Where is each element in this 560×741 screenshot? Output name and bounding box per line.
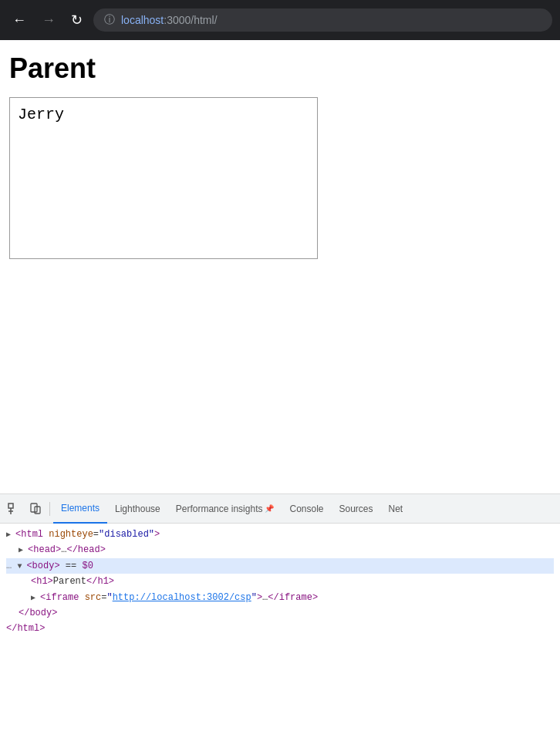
devtools-tab-bar: Elements Lighthouse Performance insights… — [0, 494, 560, 524]
address-bar[interactable]: ⓘ localhost:3000/html/ — [93, 8, 552, 32]
reload-button[interactable]: ↻ — [66, 8, 87, 32]
tab-sources[interactable]: Sources — [332, 494, 381, 524]
tab-elements[interactable]: Elements — [53, 494, 107, 524]
info-icon: ⓘ — [104, 13, 115, 27]
svg-rect-0 — [8, 504, 13, 508]
html-line-3: … ▼ <body> == $0 — [6, 558, 554, 574]
collapse-triangle-iframe[interactable]: ▶ — [31, 594, 40, 602]
html-line-7: </html> — [6, 621, 554, 636]
tab-network[interactable]: Net — [381, 494, 411, 524]
inspect-element-button[interactable] — [3, 500, 25, 518]
pin-icon: 📌 — [265, 504, 274, 513]
tab-performance-insights[interactable]: Performance insights 📌 — [168, 494, 282, 524]
url-host: localhost — [121, 14, 164, 26]
page-title: Parent — [9, 52, 551, 85]
tab-console[interactable]: Console — [282, 494, 331, 524]
devtools-html-content: ▶ <html nighteye="disabled"> ▶ <head>…</… — [0, 524, 560, 741]
html-line-5: ▶ <iframe src="http://localhost:3002/csp… — [6, 590, 554, 605]
html-line-2: ▶ <head>…</head> — [6, 542, 554, 557]
page-content-area: Parent Jerry — [0, 40, 560, 493]
device-toolbar-button[interactable] — [25, 500, 46, 518]
url-text: localhost:3000/html/ — [121, 14, 218, 26]
tab-separator — [49, 502, 50, 516]
svg-rect-3 — [31, 504, 37, 512]
browser-toolbar: ← → ↻ ⓘ localhost:3000/html/ — [0, 0, 560, 40]
tab-lighthouse[interactable]: Lighthouse — [107, 494, 168, 524]
collapse-triangle-html[interactable]: ▶ — [6, 530, 15, 539]
iframe-text: Jerry — [18, 106, 64, 123]
html-line-6: </body> — [6, 605, 554, 621]
iframe-box: Jerry — [9, 97, 318, 259]
forward-button[interactable]: → — [37, 9, 60, 32]
collapse-triangle-body[interactable]: ▼ — [17, 562, 26, 571]
iframe-src-link[interactable]: http://localhost:3002/csp — [113, 592, 251, 603]
back-button[interactable]: ← — [8, 9, 31, 32]
html-line-4: <h1>Parent</h1> — [6, 574, 554, 589]
html-line-1: ▶ <html nighteye="disabled"> — [6, 527, 554, 542]
collapse-triangle-head[interactable]: ▶ — [19, 546, 28, 554]
devtools-panel: Elements Lighthouse Performance insights… — [0, 493, 560, 741]
